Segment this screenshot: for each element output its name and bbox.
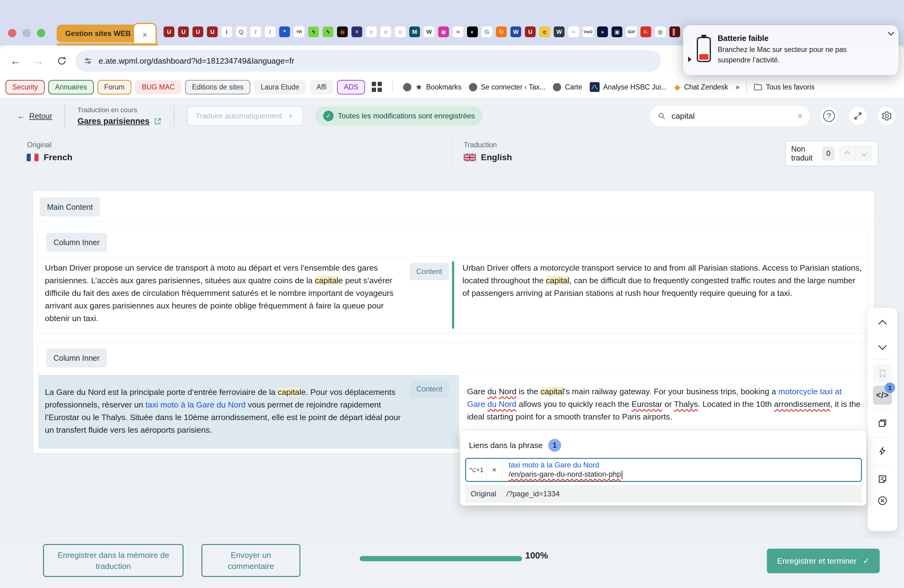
bookmark-item[interactable]: ◆Chat Zendesk — [674, 82, 728, 92]
bookmark-button[interactable] — [873, 364, 892, 383]
saved-tab-group-chip[interactable]: Forum — [98, 80, 131, 95]
pinned-tab-favicon[interactable]: G — [482, 27, 492, 37]
saved-tab-group-chip[interactable]: ADS — [337, 80, 365, 95]
target-text-row-2[interactable]: Gare du Nord is the capital's main railw… — [467, 385, 861, 423]
pinned-tab-favicon[interactable]: ○ — [395, 27, 406, 37]
pinned-tab-favicon[interactable]: c — [539, 27, 550, 37]
pinned-tab-favicon[interactable]: YR — [294, 27, 304, 37]
saved-tab-group-chip[interactable]: Annuaires — [48, 80, 94, 95]
send-comment-button[interactable]: Envoyer un commentaire — [201, 544, 300, 577]
settings-button[interactable] — [877, 106, 897, 126]
notification-expand-icon[interactable] — [688, 57, 692, 62]
pinned-tab-favicon[interactable]: ▌ — [669, 27, 680, 37]
link-anchor-text[interactable]: taxi moto à la Gare du Nord — [509, 461, 622, 469]
next-untranslated-button[interactable] — [856, 145, 872, 162]
tab-close-icon[interactable]: × — [142, 30, 147, 40]
save-and-finish-button[interactable]: Enregistrer et terminer ✓ — [767, 548, 880, 573]
saved-tab-group-chip[interactable]: Affi — [310, 80, 333, 95]
active-tab[interactable]: × — [133, 23, 157, 46]
pinned-tab-favicon[interactable]: ll — [351, 27, 362, 37]
pinned-tab-favicon[interactable]: / — [250, 27, 261, 37]
pinned-tab-favicon[interactable]: ● — [597, 27, 608, 37]
apps-grid-icon[interactable] — [372, 82, 382, 92]
bookmark-item[interactable]: Carte — [553, 83, 582, 91]
pinned-tab-favicon[interactable]: W — [510, 27, 521, 37]
pinned-tab-favicon[interactable]: W — [424, 27, 435, 37]
link-editor-row[interactable]: ⌥+1 × taxi moto à la Gare du Nord /en/pa… — [465, 458, 862, 482]
bookmark-item[interactable]: Se connecter ‹ Tax... — [469, 83, 546, 91]
copy-source-button[interactable] — [873, 414, 892, 433]
pinned-tab-favicon[interactable]: Q — [236, 27, 247, 37]
pinned-tab-favicon[interactable]: ◉ — [438, 27, 449, 37]
external-link-icon[interactable] — [154, 117, 162, 125]
target-text-row-1[interactable]: Urban Driver offers a motorcycle transpo… — [463, 262, 862, 300]
close-window-button[interactable] — [8, 29, 16, 37]
pinned-tab-favicon[interactable]: i — [221, 27, 232, 37]
pinned-tab-favicon[interactable]: U — [164, 27, 174, 37]
bookmark-item[interactable]: Tous les favoris — [754, 83, 815, 91]
bookmark-item[interactable]: » — [735, 83, 740, 91]
page-title[interactable]: Gares parisiennes — [77, 117, 149, 126]
pinned-tab-favicon[interactable]: ◍ — [655, 27, 666, 37]
back-button[interactable]: ← — [6, 46, 26, 76]
clear-search-icon[interactable]: × — [798, 111, 803, 121]
dismiss-button[interactable] — [873, 491, 892, 510]
bookmark-item[interactable]: Analyse HSBC Jui... — [590, 82, 667, 92]
pinned-tab-favicon[interactable]: M — [409, 27, 420, 37]
back-link[interactable]: ← Retour — [17, 112, 52, 120]
link-url-input[interactable]: /en/paris-gare-du-nord-station-php — [509, 470, 621, 478]
pinned-tab-favicon[interactable]: U — [207, 27, 218, 37]
address-bar[interactable]: e.ate.wpml.org/dashboard?id=181234749&la… — [75, 50, 661, 72]
source-text-row-1[interactable]: Urban Driver propose un service de trans… — [45, 262, 408, 325]
saved-tab-group-chip[interactable]: Laura Etude — [254, 80, 306, 95]
forward-button[interactable]: → — [28, 46, 49, 76]
pinned-tab-favicon[interactable]: / — [265, 27, 275, 37]
pinned-tab-favicon[interactable]: ○ — [366, 27, 377, 37]
url-text[interactable]: e.ate.wpml.org/dashboard?id=181234749&la… — [99, 56, 294, 66]
minimize-window-button[interactable] — [22, 29, 31, 37]
text-segment-lnk[interactable]: taxi moto à la Gare du Nord — [145, 400, 246, 409]
fullscreen-button[interactable] — [848, 106, 868, 126]
tab-group-label[interactable]: Gestion sites WEB — [57, 25, 139, 43]
notes-button[interactable] — [873, 469, 892, 488]
saved-tab-group-chip[interactable]: Security — [6, 80, 44, 95]
battery-notification[interactable]: Batterie faible Branchez le Mac sur sect… — [683, 25, 898, 75]
saved-tab-group-chip[interactable]: Editions de sites — [185, 80, 250, 95]
pinned-tab-favicon[interactable]: SDF — [626, 27, 637, 37]
code-markers-button[interactable]: 1 — [873, 386, 892, 405]
reload-button[interactable] — [52, 46, 72, 76]
previous-untranslated-button[interactable] — [839, 145, 856, 162]
tab-search-chevron-icon[interactable] — [889, 30, 893, 36]
remove-link-button[interactable]: × — [487, 459, 503, 481]
source-text-row-2[interactable]: La Gare du Nord est la principale porte … — [45, 386, 408, 436]
pinned-tab-favicon[interactable]: ▣ — [612, 27, 622, 37]
pinned-tab-favicon[interactable]: ◐ — [467, 27, 478, 37]
text-segment-lnk-sq[interactable]: du Nord — [487, 400, 516, 409]
machine-translate-button[interactable] — [873, 442, 892, 461]
search-field[interactable]: capital × — [650, 106, 810, 126]
pinned-tab-favicon[interactable]: ○ — [380, 27, 391, 37]
pinned-tab-favicon[interactable]: ≈ — [453, 27, 463, 37]
untranslated-filter[interactable]: Non traduit 0 — [785, 141, 879, 166]
pinned-tab-favicon[interactable]: U — [178, 27, 189, 37]
site-settings-icon[interactable] — [83, 56, 93, 65]
pinned-tab-favicon[interactable]: ≈ — [568, 27, 579, 37]
saved-tab-group-chip[interactable]: BUG MAC — [135, 80, 182, 95]
scroll-up-button[interactable] — [873, 315, 892, 334]
pinned-tab-favicon[interactable]: ◉ — [337, 27, 348, 37]
pinned-tab-favicon[interactable]: ↻ — [496, 27, 507, 37]
help-button[interactable]: ? — [819, 106, 839, 126]
pinned-tab-favicon[interactable]: * — [279, 27, 290, 37]
back-label[interactable]: Retour — [29, 112, 52, 120]
search-input-value[interactable]: capital — [672, 111, 792, 121]
zoom-window-button[interactable] — [37, 29, 45, 37]
pinned-tab-favicon[interactable]: C. — [640, 27, 651, 37]
save-translation-memory-button[interactable]: Enregistrer dans la mémoire de traductio… — [43, 544, 183, 577]
pinned-tab-favicon[interactable]: VwO — [583, 27, 593, 37]
auto-translate-button[interactable]: Traduire automatiquement — [187, 106, 303, 126]
pinned-tab-favicon[interactable]: ϟ — [322, 27, 333, 37]
pinned-tab-favicon[interactable]: U — [525, 27, 536, 37]
pinned-tab-favicon[interactable]: W — [554, 27, 564, 37]
bookmark-item[interactable]: ★Bookmarks — [403, 82, 461, 92]
pinned-tab-favicon[interactable]: U — [193, 27, 203, 37]
